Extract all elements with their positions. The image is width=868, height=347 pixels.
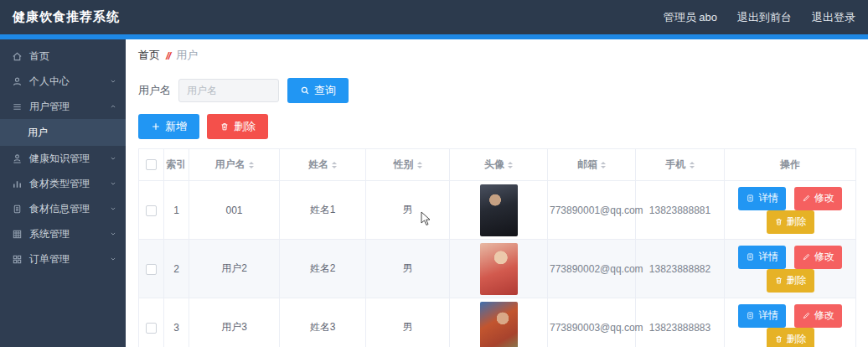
detail-button[interactable]: 详情 — [738, 187, 786, 210]
cell-name: 姓名3 — [280, 298, 366, 347]
detail-button-label: 详情 — [758, 191, 778, 205]
header-name[interactable]: 姓名 — [280, 149, 366, 181]
pen-icon — [802, 252, 811, 262]
sort-carets-icon[interactable] — [690, 159, 695, 171]
header-phone[interactable]: 手机 — [636, 149, 725, 181]
row-checkbox[interactable] — [146, 264, 157, 275]
avatar-image — [480, 302, 518, 347]
sidebar-item-ingredient-info[interactable]: 食材信息管理 — [0, 196, 126, 221]
query-button-label: 查询 — [314, 83, 336, 98]
cell-name: 姓名1 — [280, 181, 366, 240]
sort-carets-icon[interactable] — [508, 159, 513, 171]
cell-email: 773890003@qq.com — [548, 298, 636, 347]
detail-button[interactable]: 详情 — [738, 246, 786, 269]
admin-menu[interactable]: 管理员 abo — [664, 10, 717, 25]
row-checkbox[interactable] — [146, 205, 157, 216]
cell-phone: 13823888881 — [636, 181, 725, 240]
avatar-image — [480, 184, 518, 236]
row-delete-button[interactable]: 删除 — [767, 269, 814, 293]
person-lines-icon — [12, 153, 23, 164]
edit-button-label: 修改 — [814, 191, 834, 205]
header-username[interactable]: 用户名 — [189, 149, 280, 181]
breadcrumb: 首页 // 用户 — [126, 39, 868, 68]
header-avatar[interactable]: 头像 — [450, 149, 548, 181]
exit-front-link[interactable]: 退出到前台 — [737, 10, 792, 25]
row-delete-button-label: 删除 — [787, 273, 807, 287]
cell-operations: 详情 修改 删除 — [725, 298, 856, 347]
cell-phone: 13823888883 — [636, 298, 725, 347]
sidebar-item-profile[interactable]: 个人中心 — [0, 69, 126, 94]
edit-button[interactable]: 修改 — [794, 304, 842, 328]
sidebar-item-ingredient-type[interactable]: 食材类型管理 — [0, 171, 126, 196]
breadcrumb-current: 用户 — [176, 48, 198, 63]
chevron-up-icon — [109, 102, 117, 111]
add-button-label: 新增 — [165, 119, 187, 134]
app-window: 健康饮食推荐系统 管理员 abo 退出到前台 退出登录 首页 个人中心 用户管理… — [0, 0, 868, 347]
sidebar-item-label: 首页 — [29, 49, 49, 64]
sidebar-item-user-management[interactable]: 用户管理 — [0, 94, 126, 119]
header-label: 邮箱 — [577, 158, 597, 170]
table-row: 2 用户2 姓名2 男 773890002@qq.com 13823888882… — [139, 240, 856, 298]
header-index: 索引 — [164, 149, 189, 181]
grid-table-icon — [12, 229, 23, 240]
document-icon — [746, 194, 755, 203]
row-delete-button[interactable]: 删除 — [767, 328, 814, 347]
sidebar-item-orders[interactable]: 订单管理 — [0, 246, 126, 272]
delete-button-label: 删除 — [234, 119, 256, 134]
row-delete-button[interactable]: 删除 — [767, 210, 814, 234]
sidebar-item-system[interactable]: 系统管理 — [0, 221, 126, 246]
menu-list-icon — [12, 101, 23, 112]
top-navbar: 健康饮食推荐系统 管理员 abo 退出到前台 退出登录 — [0, 0, 868, 34]
clipboard-icon — [12, 204, 23, 215]
row-checkbox[interactable] — [146, 323, 157, 334]
breadcrumb-separator: // — [166, 49, 170, 62]
trash-icon — [774, 217, 783, 226]
logout-link[interactable]: 退出登录 — [812, 10, 855, 25]
pen-icon — [802, 311, 811, 320]
search-bar: 用户名 查询 — [126, 68, 868, 108]
cell-index: 1 — [164, 181, 189, 240]
chevron-down-icon — [109, 179, 117, 188]
detail-button-label: 详情 — [758, 308, 778, 323]
row-delete-button-label: 删除 — [787, 215, 807, 229]
home-icon — [12, 51, 23, 62]
sort-carets-icon[interactable] — [249, 159, 254, 171]
header-email[interactable]: 邮箱 — [548, 149, 636, 181]
header-label: 姓名 — [308, 158, 328, 170]
sidebar: 首页 个人中心 用户管理 用户 健康知识管理 食材类型管理 食材信息管理 — [0, 39, 126, 347]
sort-carets-icon[interactable] — [417, 159, 422, 171]
cell-index: 3 — [164, 298, 189, 347]
delete-button[interactable]: 删除 — [207, 114, 268, 139]
chevron-down-icon — [109, 230, 117, 238]
row-delete-button-label: 删除 — [787, 332, 807, 346]
sidebar-item-health-knowledge[interactable]: 健康知识管理 — [0, 146, 126, 171]
trash-icon — [774, 276, 783, 285]
sort-carets-icon[interactable] — [601, 159, 606, 171]
select-all-checkbox[interactable] — [146, 159, 157, 170]
sidebar-subitem-user[interactable]: 用户 — [0, 119, 126, 146]
cell-phone: 13823888882 — [636, 240, 725, 298]
document-icon — [746, 311, 755, 320]
search-icon — [300, 85, 310, 96]
header-operations: 操作 — [725, 149, 856, 181]
edit-button[interactable]: 修改 — [794, 246, 842, 269]
chevron-down-icon — [109, 205, 117, 213]
header-label: 手机 — [666, 158, 686, 170]
cell-gender: 男 — [366, 240, 450, 298]
chevron-down-icon — [109, 77, 117, 85]
pen-icon — [802, 194, 811, 203]
breadcrumb-home[interactable]: 首页 — [138, 48, 160, 63]
cell-avatar — [450, 240, 548, 298]
sort-carets-icon[interactable] — [332, 159, 337, 171]
trash-icon — [220, 122, 230, 132]
add-button[interactable]: 新增 — [138, 114, 199, 139]
username-input[interactable] — [178, 79, 279, 102]
header-label: 索引 — [167, 158, 187, 170]
sidebar-item-label: 个人中心 — [29, 75, 70, 89]
edit-button-label: 修改 — [814, 250, 834, 264]
query-button[interactable]: 查询 — [287, 78, 349, 103]
detail-button[interactable]: 详情 — [738, 304, 786, 328]
edit-button[interactable]: 修改 — [794, 187, 842, 210]
header-gender[interactable]: 性别 — [366, 149, 450, 181]
sidebar-item-home[interactable]: 首页 — [0, 44, 126, 69]
